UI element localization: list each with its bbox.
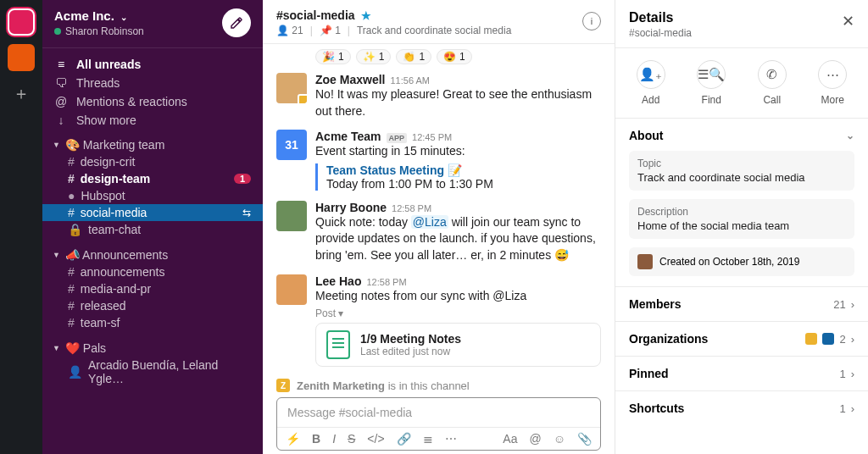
channel-prefix-icon: # <box>68 155 75 169</box>
members-row[interactable]: Members 21 › <box>615 287 868 322</box>
avatar[interactable]: 31 <box>276 130 307 160</box>
description-field[interactable]: Description Home of the social media tea… <box>629 199 854 239</box>
shortcuts-icon[interactable]: ⚡ <box>286 432 300 446</box>
composer-input[interactable]: Message #social-media <box>277 398 600 427</box>
post-label[interactable]: Post ▾ <box>315 307 601 319</box>
text-format-icon[interactable]: Aa <box>503 432 517 446</box>
message-author[interactable]: Harry Boone <box>315 201 387 214</box>
close-icon[interactable]: ✕ <box>842 10 854 30</box>
chevron-right-icon: › <box>851 402 854 415</box>
message-row: 31 Acme TeamAPP12:45 PM Event starting i… <box>276 126 601 197</box>
message-author[interactable]: Lee Hao <box>315 274 361 288</box>
channel-item[interactable]: ●Hubspot <box>42 187 263 204</box>
list-icon[interactable]: ≣ <box>423 432 433 446</box>
channel-item[interactable]: #media-and-pr <box>42 280 263 297</box>
channel-name: design-team <box>81 172 150 185</box>
reaction-pill[interactable]: ✨1 <box>356 49 392 64</box>
list-icon: ≡ <box>54 58 68 71</box>
chevron-right-icon: › <box>851 368 854 380</box>
message-time: 11:56 AM <box>390 75 429 86</box>
star-icon[interactable]: ★ <box>361 9 371 22</box>
topic-field[interactable]: Topic Track and coordinate social media <box>629 151 854 191</box>
message-author[interactable]: Zoe Maxwell <box>315 73 385 86</box>
details-add-button[interactable]: 👤₊Add <box>637 60 665 106</box>
channel-prefix-icon: # <box>68 206 75 219</box>
team-switcher[interactable]: Acme Inc. ⌄ <box>54 8 144 23</box>
attach-icon[interactable]: 📎 <box>577 432 592 446</box>
document-icon <box>326 330 350 359</box>
nav-mentions[interactable]: @Mentions & reactions <box>42 92 263 111</box>
link-icon[interactable]: 🔗 <box>397 432 411 446</box>
shared-channel-notice: Z Zenith Marketing is in this channel <box>276 374 601 397</box>
mention[interactable]: @Liza <box>411 215 448 229</box>
channel-name: design-crit <box>81 155 136 169</box>
dm-avatar-icon: 👤 <box>68 365 82 379</box>
message-row: Lee Hao12:58 PM Meeting notes from our s… <box>276 271 601 374</box>
pin-count[interactable]: 📌 1 <box>320 25 341 36</box>
sidebar: Acme Inc. ⌄ Sharon Robinson ≡All unreads… <box>42 0 263 454</box>
compose-button[interactable] <box>222 8 251 37</box>
details-call-button[interactable]: ✆Call <box>758 60 787 106</box>
workspace-tile-2[interactable] <box>8 44 35 71</box>
pinned-row[interactable]: Pinned 1 › <box>615 357 868 391</box>
message-time: 12:45 PM <box>412 132 452 142</box>
channel-topic-inline[interactable]: Track and coordinate social media <box>357 25 511 36</box>
post-attachment[interactable]: 1/9 Meeting Notes Last edited just now <box>315 323 601 367</box>
channel-item[interactable]: #design-team1 <box>42 170 263 187</box>
bold-icon[interactable]: B <box>312 432 320 446</box>
message-row: Zoe Maxwell11:56 AM No! It was my pleasu… <box>276 69 601 126</box>
section-pals-header[interactable]: ▼❤️ Pals <box>42 336 263 357</box>
section-announcements-header[interactable]: ▼📣 Announcements <box>42 243 263 263</box>
about-section-header[interactable]: About⌄ <box>629 129 854 142</box>
details-title: Details <box>629 10 692 25</box>
dm-item[interactable]: 👤Arcadio Buendía, Leland Ygle… <box>42 357 263 387</box>
member-count[interactable]: 👤 21 <box>276 25 303 36</box>
message-row: Harry Boone12:58 PM Quick note: today @L… <box>276 197 601 271</box>
mention-icon[interactable]: @ <box>529 432 541 446</box>
channel-item[interactable]: 🔒team-chat <box>42 221 263 238</box>
message-composer[interactable]: Message #social-media ⚡ B I S </> 🔗 ≣ ⋯ … <box>276 397 601 451</box>
channel-item[interactable]: #design-crit <box>42 153 263 170</box>
org-icon <box>822 333 834 345</box>
shortcuts-row[interactable]: Shortcuts 1 › <box>615 391 868 425</box>
reaction-pill[interactable]: 🎉1 <box>315 49 351 64</box>
avatar[interactable] <box>276 274 307 305</box>
add-workspace-button[interactable]: ＋ <box>8 80 35 107</box>
strike-icon[interactable]: S <box>348 432 355 446</box>
section-marketing-header[interactable]: ▼🎨 Marketing team <box>42 133 263 153</box>
avatar[interactable] <box>276 73 307 103</box>
channel-item[interactable]: #announcements <box>42 263 263 280</box>
event-title[interactable]: Team Status Meeting 📝 <box>326 163 493 177</box>
search-list-icon: ☰🔍 <box>697 60 726 89</box>
channel-item[interactable]: #team-sf <box>42 314 263 331</box>
current-user[interactable]: Sharon Robinson <box>54 25 144 37</box>
code-icon[interactable]: </> <box>367 432 384 446</box>
italic-icon[interactable]: I <box>332 432 336 446</box>
info-icon[interactable]: i <box>582 12 601 30</box>
channel-item[interactable]: #social-media⇆ <box>42 204 263 221</box>
channel-prefix-icon: # <box>68 316 75 329</box>
organizations-row[interactable]: Organizations 2 › <box>615 322 868 357</box>
caret-down-icon: ▼ <box>53 344 60 352</box>
message-body: No! It was my pleasure! Great to see the… <box>315 86 601 119</box>
emoji-icon[interactable]: ☺ <box>554 432 565 446</box>
more-format-icon[interactable]: ⋯ <box>445 432 457 446</box>
channel-item[interactable]: #released <box>42 297 263 314</box>
reaction-pill[interactable]: 😍1 <box>437 49 472 64</box>
channel-name: social-media <box>81 206 147 219</box>
nav-threads[interactable]: 🗨Threads <box>42 74 263 92</box>
chevron-down-icon: ⌄ <box>120 13 127 22</box>
message-author[interactable]: Acme Team <box>315 130 381 143</box>
details-find-button[interactable]: ☰🔍Find <box>697 60 726 106</box>
message-body: Quick note: today @Liza will join our te… <box>315 214 601 264</box>
composer-toolbar: ⚡ B I S </> 🔗 ≣ ⋯ Aa @ ☺ 📎 <box>277 427 600 450</box>
channel-prefix-icon: # <box>68 282 75 296</box>
reaction-pill[interactable]: 👏1 <box>396 49 431 64</box>
avatar[interactable] <box>276 201 307 231</box>
nav-show-more[interactable]: ↓Show more <box>42 111 263 130</box>
details-more-button[interactable]: ⋯More <box>818 60 847 106</box>
nav-all-unreads[interactable]: ≡All unreads <box>42 55 263 74</box>
workspace-tile-active[interactable] <box>8 8 35 36</box>
channel-name: announcements <box>81 265 165 279</box>
channel-title[interactable]: #social-media ★ <box>276 8 511 22</box>
